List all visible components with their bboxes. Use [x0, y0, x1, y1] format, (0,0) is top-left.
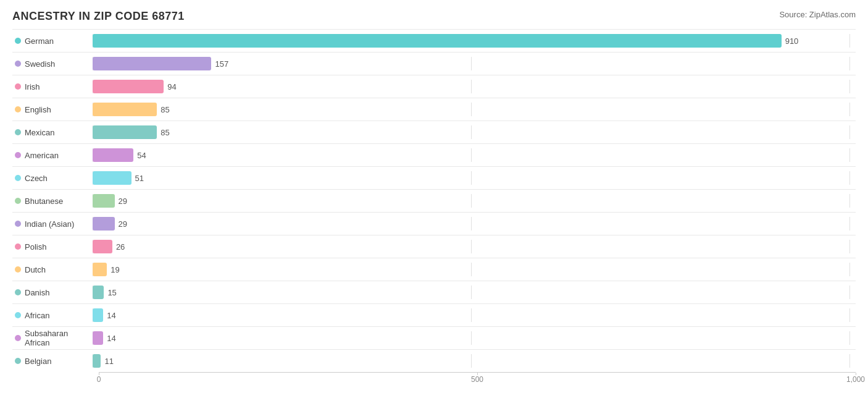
bar-fill [93, 148, 133, 162]
list-item: Polish26 [12, 235, 856, 258]
bar-label: Bhutanese [12, 197, 93, 206]
bar-label-text: Subsaharan African [25, 329, 93, 347]
list-item: Danish15 [12, 281, 856, 303]
x-tick-label: 1,000 [846, 375, 865, 384]
list-item: Czech51 [12, 166, 856, 189]
bar-value-label: 14 [107, 334, 115, 343]
bar-label-text: Bhutanese [25, 197, 63, 206]
bar-label: African [12, 311, 93, 320]
bar-label-text: German [25, 36, 54, 46]
bar-fill [93, 103, 157, 116]
bar-fill [93, 80, 164, 93]
bar-label: German [12, 36, 93, 46]
bar-dot [15, 266, 21, 273]
bar-container: 910 [93, 34, 856, 48]
bar-value-label: 11 [104, 357, 113, 366]
bar-label: English [12, 105, 93, 114]
bar-label: Danish [12, 288, 93, 297]
chart-area: German910Swedish157Irish94English85Mexic… [12, 29, 856, 384]
bar-dot [15, 221, 21, 227]
bar-dot [15, 129, 21, 135]
bar-value-label: 14 [107, 311, 115, 320]
bar-fill [93, 240, 112, 253]
bar-dot [15, 106, 21, 112]
bar-dot [15, 61, 21, 67]
bar-fill [93, 125, 157, 139]
list-item: Subsaharan African14 [12, 326, 856, 349]
list-item: English85 [12, 98, 856, 121]
source-label: Source: ZipAtlas.com [779, 10, 856, 19]
bar-container: 14 [93, 308, 856, 322]
bar-label: Mexican [12, 128, 93, 137]
bar-label: Irish [12, 82, 93, 91]
bar-value-label: 910 [785, 36, 799, 46]
bar-label-text: African [25, 311, 49, 320]
bar-label-text: Polish [25, 242, 46, 252]
bar-label: Belgian [12, 357, 93, 366]
bar-fill [93, 171, 131, 185]
bar-container: 19 [93, 263, 856, 276]
bar-label-text: Belgian [25, 357, 51, 366]
bar-label: Indian (Asian) [12, 219, 93, 229]
bar-container: 14 [93, 331, 856, 345]
bar-value-label: 51 [135, 174, 144, 183]
bar-label: Subsaharan African [12, 329, 93, 347]
bar-container: 51 [93, 171, 856, 185]
bar-value-label: 85 [161, 128, 169, 137]
list-item: Indian (Asian)29 [12, 212, 856, 235]
bar-label: Czech [12, 174, 93, 183]
x-tick-label: 0 [97, 375, 101, 384]
x-axis: 05001,000 [99, 372, 856, 384]
bar-value-label: 19 [111, 265, 119, 274]
bar-fill [93, 263, 107, 276]
bar-dot [15, 335, 21, 341]
bar-fill [93, 34, 782, 48]
bar-container: 29 [93, 217, 856, 231]
bar-dot [15, 243, 21, 250]
bar-label: Dutch [12, 265, 93, 274]
bar-fill [93, 286, 104, 299]
bar-label-text: Danish [25, 288, 49, 297]
bar-fill [93, 194, 115, 208]
bar-dot [15, 38, 21, 44]
bar-fill [93, 217, 115, 231]
list-item: American54 [12, 143, 856, 166]
list-item: African14 [12, 303, 856, 326]
bar-value-label: 94 [167, 82, 176, 91]
bar-container: 157 [93, 57, 856, 70]
x-tick-label: 500 [471, 375, 483, 384]
bar-dot [15, 152, 21, 158]
bar-label-text: Indian (Asian) [25, 219, 74, 229]
bar-label-text: Swedish [25, 59, 55, 69]
bar-value-label: 54 [137, 151, 146, 160]
bar-fill [93, 308, 103, 322]
bar-value-label: 157 [215, 59, 228, 69]
list-item: Swedish157 [12, 52, 856, 75]
list-item: Irish94 [12, 75, 856, 98]
bar-label: American [12, 151, 93, 160]
bar-container: 15 [93, 286, 856, 299]
bar-label: Swedish [12, 59, 93, 69]
bar-value-label: 85 [161, 105, 169, 114]
list-item: German910 [12, 29, 856, 52]
bar-value-label: 29 [119, 197, 127, 206]
bar-container: 54 [93, 148, 856, 162]
list-item: Bhutanese29 [12, 189, 856, 212]
bar-container: 29 [93, 194, 856, 208]
bar-value-label: 26 [116, 242, 125, 252]
bar-dot [15, 312, 21, 318]
bar-label: Polish [12, 242, 93, 252]
list-item: Mexican85 [12, 121, 856, 143]
bar-value-label: 29 [119, 219, 127, 229]
bar-dot [15, 358, 21, 364]
chart-title: ANCESTRY IN ZIP CODE 68771 [12, 10, 856, 23]
bar-fill [93, 354, 101, 368]
bar-value-label: 15 [107, 288, 116, 297]
bar-container: 85 [93, 125, 856, 139]
list-item: Dutch19 [12, 258, 856, 281]
bar-fill [93, 331, 103, 345]
bar-fill [93, 57, 211, 70]
main-container: ANCESTRY IN ZIP CODE 68771 Source: ZipAt… [0, 0, 868, 398]
bar-label-text: Mexican [25, 128, 54, 137]
bar-container: 26 [93, 240, 856, 253]
